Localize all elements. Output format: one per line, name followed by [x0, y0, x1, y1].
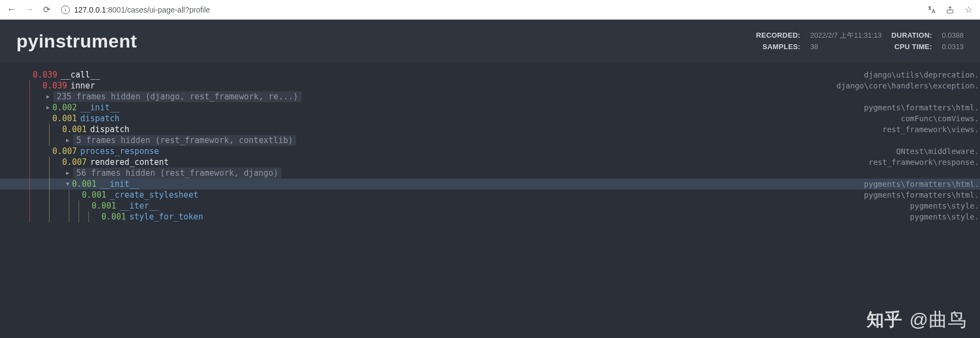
indent-guide: [25, 146, 35, 157]
tree-row[interactable]: ▶235 frames hidden (django, rest_framewo…: [0, 91, 980, 102]
nav-reload-icon[interactable]: ⟳: [41, 5, 51, 15]
indent-guide: [25, 80, 35, 91]
app-header: pyinstrument RECORDED: 2022/2/7 上午11:31:…: [0, 20, 980, 62]
frame-time: 0.007: [62, 157, 87, 168]
frame-time: 0.001: [82, 189, 106, 200]
frame-time: 0.001: [92, 200, 116, 211]
indent-guide: [35, 146, 45, 157]
duration-label: DURATION:: [892, 31, 933, 39]
frame-name: __init__: [100, 179, 139, 189]
frame-time: 0.039: [43, 80, 67, 91]
indent-guide: [25, 124, 35, 135]
hidden-frames-note[interactable]: 56 frames hidden (rest_framework, django…: [73, 168, 281, 179]
frame-name: _create_stylesheet: [110, 189, 199, 200]
tree-row[interactable]: 0.039__call__django\utils\deprecation.: [0, 69, 980, 80]
caret-right-icon[interactable]: ▶: [45, 102, 51, 113]
caret-down-icon[interactable]: ▼: [64, 179, 71, 189]
indent-guide: [35, 157, 45, 168]
frame-location: pygments\formatters\html.: [864, 189, 980, 200]
indent-guide: [35, 91, 45, 102]
frame-name: __iter__: [119, 200, 159, 211]
indent-guide: [45, 200, 55, 211]
frame-name: process_response: [80, 146, 159, 157]
indent-guide: [35, 102, 45, 113]
frame-name: __init__: [80, 102, 119, 113]
indent-guide: [25, 189, 35, 200]
tree-row[interactable]: ▶5 frames hidden (rest_framework, contex…: [0, 135, 980, 146]
chrome-actions: ☆: [927, 5, 973, 15]
tree-row[interactable]: 0.039innerdjango\core\handlers\exception…: [0, 80, 980, 91]
indent-guide: [45, 189, 55, 200]
share-icon[interactable]: [945, 5, 955, 15]
frame-location: comFunc\comViews.: [901, 113, 980, 124]
tree-row[interactable]: 0.001dispatchcomFunc\comViews.: [0, 113, 980, 124]
indent-guide: [64, 189, 74, 200]
frame-location: pygments\style.: [910, 200, 980, 211]
bookmark-star-icon[interactable]: ☆: [964, 5, 973, 15]
indent-guide: [45, 179, 55, 189]
indent-guide: [55, 211, 64, 222]
samples-label: SAMPLES:: [756, 43, 800, 51]
frame-time: 0.001: [62, 124, 87, 135]
frame-time: 0.001: [52, 113, 77, 124]
tree-row[interactable]: ▶56 frames hidden (rest_framework, djang…: [0, 168, 980, 179]
tree-row[interactable]: 0.001__iter__pygments\style.: [0, 200, 980, 211]
indent-guide: [35, 135, 45, 146]
samples-value: 38: [810, 43, 882, 51]
frame-time: 0.007: [52, 146, 77, 157]
frame-name: rendered_content: [90, 157, 169, 168]
site-info-icon[interactable]: i: [61, 5, 70, 14]
indent-guide: [35, 168, 45, 179]
indent-guide: [35, 189, 45, 200]
tree-row[interactable]: 0.007process_responseQNtest\middleware.: [0, 146, 980, 157]
duration-value: 0.0388: [942, 31, 964, 39]
indent-guide: [55, 200, 64, 211]
frame-location: django\utils\deprecation.: [864, 69, 980, 80]
frame-location: rest_framework\views.: [882, 124, 980, 135]
tree-row[interactable]: 0.001dispatchrest_framework\views.: [0, 124, 980, 135]
url-port: :8001: [106, 5, 125, 14]
nav-forward-icon[interactable]: →: [24, 5, 34, 15]
indent-guide: [64, 200, 74, 211]
tree-row[interactable]: ▶0.002__init__pygments\formatters\html.: [0, 102, 980, 113]
url-text: 127.0.0.1:8001/cases/ui-page-all?profile: [74, 5, 210, 14]
frame-location: pygments\formatters\html.: [864, 179, 980, 189]
address-bar[interactable]: i 127.0.0.1:8001/cases/ui-page-all?profi…: [59, 5, 919, 14]
indent-guide: [45, 124, 55, 135]
indent-guide: [45, 157, 55, 168]
frame-location: pygments\style.: [910, 211, 980, 222]
indent-guide: [35, 113, 45, 124]
tree-row[interactable]: 0.001_create_stylesheetpygments\formatte…: [0, 189, 980, 200]
frame-time: 0.002: [52, 102, 77, 113]
hidden-frames-note[interactable]: 5 frames hidden (rest_framework, context…: [73, 135, 296, 146]
caret-right-icon[interactable]: ▶: [64, 168, 71, 179]
tree-row[interactable]: 0.001style_for_tokenpygments\style.: [0, 211, 980, 222]
recorded-label: RECORDED:: [756, 31, 800, 39]
indent-guide: [45, 211, 55, 222]
call-tree: 0.039__call__django\utils\deprecation.0.…: [0, 62, 980, 222]
frame-name: inner: [70, 80, 95, 91]
indent-guide: [74, 200, 84, 211]
tree-row[interactable]: 0.007rendered_contentrest_framework\resp…: [0, 157, 980, 168]
browser-chrome: ← → ⟳ i 127.0.0.1:8001/cases/ui-page-all…: [0, 0, 980, 20]
nav-back-icon[interactable]: ←: [7, 5, 16, 15]
indent-guide: [55, 168, 64, 179]
frame-time: 0.039: [33, 69, 57, 80]
indent-guide: [25, 91, 35, 102]
indent-guide: [25, 102, 35, 113]
tree-row[interactable]: ▼0.001__init__pygments\formatters\html.: [0, 179, 980, 189]
indent-guide: [35, 179, 45, 189]
caret-right-icon[interactable]: ▶: [64, 135, 71, 146]
frame-name: __call__: [61, 69, 100, 80]
url-host: 127.0.0.1: [74, 5, 106, 14]
profiler-app: pyinstrument RECORDED: 2022/2/7 上午11:31:…: [0, 20, 980, 338]
indent-guide: [25, 113, 35, 124]
indent-guide: [25, 135, 35, 146]
caret-right-icon[interactable]: ▶: [45, 91, 51, 102]
indent-guide: [45, 168, 55, 179]
frame-time: 0.001: [72, 179, 97, 189]
indent-guide: [55, 189, 64, 200]
hidden-frames-note[interactable]: 235 frames hidden (django, rest_framewor…: [53, 91, 302, 102]
indent-guide: [55, 179, 64, 189]
translate-icon[interactable]: [927, 5, 936, 15]
